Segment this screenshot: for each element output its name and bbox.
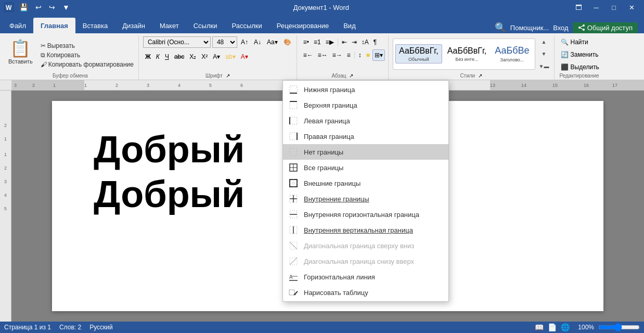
find-button[interactable]: 🔍 Найти [559,36,600,48]
login-label[interactable]: Вход [553,24,568,32]
replace-button[interactable]: 🔄 Заменить [559,49,600,60]
tab-review[interactable]: Рецензирование [269,18,336,33]
font-family-select[interactable]: Calibri (Осно... [143,36,211,48]
border-all-item[interactable]: Все границы [283,160,448,175]
justify-button[interactable]: ≡ [345,49,353,61]
styles-scroll-down[interactable]: ▼ [538,50,550,57]
shading-button[interactable]: ■ [364,49,372,61]
subscript-button[interactable]: X₂ [187,51,198,62]
svg-text:A: A [289,274,293,280]
helper-label[interactable]: Помощник... [510,24,549,32]
ribbon-display-btn[interactable]: 🗖 [570,0,587,15]
cut-button[interactable]: ✂ Вырезать [39,42,135,50]
border-draw-table-icon [288,287,299,298]
border-inner-h-item[interactable]: Внутренняя горизонтальная граница [283,207,448,222]
border-diag-up-icon [288,256,299,266]
format-painter-icon: 🖌 [41,61,47,68]
styles-group-expand[interactable]: ↗ [477,73,483,79]
svg-rect-27 [290,117,297,124]
border-inner-h-icon [288,209,299,220]
style-no-spacing[interactable]: АаБбВвГг, Без инте... [444,45,490,63]
border-draw-table-item[interactable]: Нарисовать таблицу [283,285,448,300]
format-painter-button[interactable]: 🖌 Копировать форматирование [39,60,135,69]
title-bar-controls: 🗖 ─ □ ✕ [570,0,640,15]
line-spacing-button[interactable]: ↕ [356,49,364,61]
ribbon-extras: 🔍 Помощник... Вход Общий доступ [488,22,644,33]
tab-file[interactable]: Файл [2,18,33,33]
para-sep2 [354,52,355,59]
strikethrough-button[interactable]: аbс [172,51,186,62]
border-inner-v-icon [288,225,299,235]
undo-btn[interactable]: ↩ [33,2,44,12]
align-right-button[interactable]: ≡→ [330,49,344,61]
qs-dropdown-btn[interactable]: ▼ [60,2,72,12]
bold-button[interactable]: Ж [143,51,153,62]
save-btn[interactable]: 💾 [17,2,31,12]
font-color-button[interactable]: А▾ [239,51,250,62]
clear-format-button[interactable]: 🎨 [281,36,293,48]
find-icon: 🔍 [561,39,569,46]
svg-text:5: 5 [209,83,212,88]
close-btn[interactable]: ✕ [623,0,640,15]
copy-button[interactable]: ⧉ Копировать [39,51,135,59]
tab-layout[interactable]: Макет [152,18,186,33]
svg-text:17: 17 [612,83,617,88]
border-inner-item[interactable]: Внутренние границы [283,191,448,207]
change-case-button[interactable]: Аа▾ [265,36,280,48]
align-left-button[interactable]: ≡← [301,49,315,61]
style-normal[interactable]: АаБбВвГг, Обычный [395,44,442,63]
paragraph-group: ≡• ≡1 ≡▶ ⇤ ⇥ ↕A ¶ ≡← ≡↔ ≡→ ≡ ↕ ■ ⊞▾ [298,35,389,80]
multilevel-button[interactable]: ≡▶ [324,36,336,48]
border-button[interactable]: ⊞▾ [372,49,385,61]
align-center-button[interactable]: ≡↔ [316,49,330,61]
svg-rect-25 [290,101,297,109]
styles-more[interactable]: ▼▬ [538,63,550,70]
superscript-button[interactable]: X² [199,51,210,62]
border-outer-item[interactable]: Внешние границы [283,175,448,191]
increase-indent-button[interactable]: ⇥ [350,36,359,48]
tab-home[interactable]: Главная [33,18,75,33]
web-layout-btn[interactable]: 🌐 [561,323,570,331]
border-none-item[interactable]: Нет границы [283,144,448,160]
paste-icon: 📋 [10,39,31,58]
zoom-slider[interactable] [598,323,640,331]
tab-design[interactable]: Дизайн [115,18,152,33]
select-icon: ⬛ [561,63,569,71]
print-layout-btn[interactable]: 📄 [548,323,557,331]
styles-scroll-up[interactable]: ▲ [538,39,550,45]
border-horiz-line-item[interactable]: A Горизонтальная линия [283,269,448,285]
border-bottom-item[interactable]: Нижняя граница [283,82,448,97]
border-left-item[interactable]: Левая граница [283,113,448,129]
share-button[interactable]: Общий доступ [573,22,638,33]
numbering-button[interactable]: ≡1 [312,36,323,48]
paste-button[interactable]: 📋 Вставить [5,36,36,67]
select-button[interactable]: ⬛ Выделить [559,61,600,73]
highlight-button[interactable]: аb▾ [223,51,237,62]
font-grow-button[interactable]: А↑ [239,36,250,48]
italic-button[interactable]: К [154,51,162,62]
font-shrink-button[interactable]: А↓ [252,36,263,48]
border-top-item[interactable]: Верхняя граница [283,97,448,113]
underline-button[interactable]: Ч [163,51,171,62]
minimize-btn[interactable]: ─ [588,0,604,15]
border-inner-v-item[interactable]: Внутренняя вертикальная граница [283,222,448,238]
show-marks-button[interactable]: ¶ [371,36,379,48]
tab-references[interactable]: Ссылки [186,18,225,33]
tab-mailings[interactable]: Рассылки [224,18,269,33]
border-left-icon [288,116,299,126]
redo-btn[interactable]: ↪ [46,2,58,12]
bullets-button[interactable]: ≡• [301,36,311,48]
decrease-indent-button[interactable]: ⇤ [340,36,349,48]
style-heading1[interactable]: АаБбВе Заголово... [492,44,532,64]
maximize-btn[interactable]: □ [606,0,622,15]
svg-text:15: 15 [552,83,558,88]
sort-button[interactable]: ↕A [359,36,371,48]
text-effect-button[interactable]: А▾ [211,51,222,62]
border-right-item[interactable]: Правая граница [283,129,448,144]
font-group-expand[interactable]: ↗ [225,73,231,79]
tab-insert[interactable]: Вставка [75,18,115,33]
tab-view[interactable]: Вид [336,18,363,33]
font-size-select[interactable]: 48 [212,36,237,48]
paragraph-group-expand[interactable]: ↗ [348,73,354,79]
read-mode-btn[interactable]: 📖 [535,323,544,331]
